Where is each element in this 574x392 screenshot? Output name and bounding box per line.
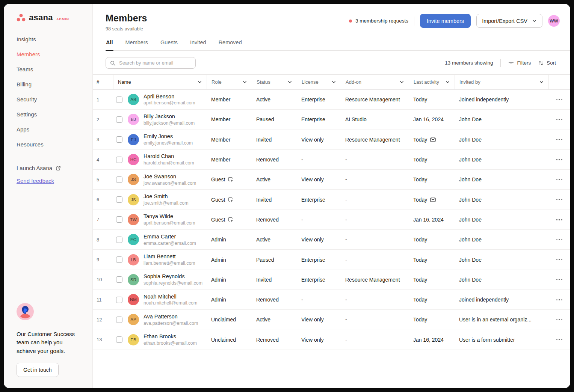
column-header-name[interactable]: Name xyxy=(113,75,207,89)
row-checkbox[interactable] xyxy=(116,116,122,123)
filters-button[interactable]: Filters xyxy=(508,60,531,66)
user-avatar[interactable]: WW xyxy=(548,15,560,27)
sidebar-item-launch-asana[interactable]: Launch Asana xyxy=(4,162,92,174)
last-activity-label: Today xyxy=(413,137,427,143)
member-name: Ava Patterson xyxy=(144,313,198,320)
sidebar-item-teams[interactable]: Teams xyxy=(4,62,92,77)
tab-guests[interactable]: Guests xyxy=(160,39,178,50)
status-cell: Paused xyxy=(252,257,297,263)
overflow-menu-icon[interactable] xyxy=(554,176,565,183)
overflow-menu-icon[interactable] xyxy=(554,276,565,283)
role-label: Unclaimed xyxy=(211,317,236,323)
row-checkbox[interactable] xyxy=(116,336,122,343)
chevron-down-icon xyxy=(242,80,247,84)
overflow-menu-icon[interactable] xyxy=(554,96,565,103)
last-activity-cell: Today xyxy=(409,297,455,303)
row-checkbox[interactable] xyxy=(116,317,122,323)
send-feedback-link[interactable]: Send feedback xyxy=(17,178,54,184)
overflow-menu-icon[interactable] xyxy=(554,296,565,303)
import-export-csv-dropdown[interactable]: Import/Export CSV xyxy=(476,14,542,28)
row-checkbox[interactable] xyxy=(116,256,122,263)
table-row: 9LBLiam Bennettliam.bennett@email.comAdm… xyxy=(93,250,570,270)
row-checkbox[interactable] xyxy=(116,136,122,143)
name-cell: SRSophia Reynoldssophia.reynolds@email.c… xyxy=(113,273,207,286)
main-content: Members 98 seats available 3 membership … xyxy=(93,4,570,388)
sidebar-nav: InsightsMembersTeamsBillingSecuritySetti… xyxy=(4,32,92,152)
table-row: 4HCHarold Chanharold.chan@email.comMembe… xyxy=(93,150,570,170)
name-cell: ECEmma Carteremma.carter@email.com xyxy=(113,233,207,246)
column-header-label: Last activity xyxy=(414,79,439,85)
overflow-menu-icon[interactable] xyxy=(554,116,565,123)
sidebar-item-apps[interactable]: Apps xyxy=(4,122,92,137)
column-header-add-on[interactable]: Add-on xyxy=(341,75,409,89)
column-header-role[interactable]: Role xyxy=(207,75,252,89)
sidebar-item-insights[interactable]: Insights xyxy=(4,32,92,47)
last-activity-label: Today xyxy=(413,176,427,182)
column-header-label: Name xyxy=(118,79,131,85)
sidebar-item-settings[interactable]: Settings xyxy=(4,107,92,122)
last-activity-label: Today xyxy=(413,237,427,243)
row-checkbox[interactable] xyxy=(116,297,122,303)
overflow-menu-icon[interactable] xyxy=(554,216,565,223)
sidebar-item-security[interactable]: Security xyxy=(4,92,92,107)
overflow-menu-icon[interactable] xyxy=(554,316,565,323)
row-checkbox[interactable] xyxy=(116,276,122,283)
overflow-menu-icon[interactable] xyxy=(554,236,565,243)
row-checkbox[interactable] xyxy=(116,216,122,223)
column-header-invited-by[interactable]: Invited by xyxy=(455,75,548,89)
column-header-last-activity[interactable]: Last activity xyxy=(409,75,455,89)
overflow-menu-icon[interactable] xyxy=(554,196,565,203)
asana-logo[interactable]: asana ADMIN xyxy=(4,14,92,22)
row-checkbox[interactable] xyxy=(116,196,122,203)
license-cell: Enterprise xyxy=(297,257,341,263)
last-activity-cell: Today xyxy=(409,197,455,203)
invite-members-button[interactable]: Invite members xyxy=(420,14,471,28)
get-in-touch-button[interactable]: Get in touch xyxy=(17,363,59,377)
actions-cell xyxy=(548,236,570,243)
row-checkbox[interactable] xyxy=(116,237,122,243)
row-number: 7 xyxy=(93,217,113,222)
invited-by-cell: John Doe xyxy=(455,157,548,163)
status-cell: Invited xyxy=(252,197,297,203)
column-header-license[interactable]: License xyxy=(297,75,341,89)
search-input[interactable] xyxy=(118,60,191,66)
role-cell: Member xyxy=(207,137,252,143)
avatar: SR xyxy=(128,274,139,285)
tab-all[interactable]: All xyxy=(106,39,113,50)
row-checkbox[interactable] xyxy=(116,157,122,163)
avatar: EC xyxy=(128,234,139,245)
role-cell: Unclaimed xyxy=(207,317,252,323)
sort-button[interactable]: Sort xyxy=(538,60,556,66)
actions-cell xyxy=(548,276,570,283)
role-cell: Member xyxy=(207,96,252,103)
membership-requests-label: 3 membership requests xyxy=(355,18,408,24)
member-name: Joe Smith xyxy=(144,193,189,200)
role-cell: Member xyxy=(207,157,252,163)
overflow-menu-icon[interactable] xyxy=(554,136,565,143)
overflow-menu-icon[interactable] xyxy=(554,336,565,343)
membership-requests-link[interactable]: 3 membership requests xyxy=(349,18,408,24)
status-cell: Removed xyxy=(252,217,297,223)
overflow-menu-icon[interactable] xyxy=(554,256,565,263)
license-cell: Enterprise xyxy=(297,96,341,103)
name-email-block: Noah Mitchellnoah.mitchell@email.com xyxy=(144,293,197,306)
tab-invited[interactable]: Invited xyxy=(190,39,207,50)
sidebar-item-resources[interactable]: Resources xyxy=(4,137,92,152)
sort-label: Sort xyxy=(547,60,556,66)
tab-members[interactable]: Members xyxy=(125,39,148,50)
name-email-block: Sophia Reynoldssophia.reynolds@email.com xyxy=(144,273,202,286)
row-checkbox[interactable] xyxy=(116,176,122,183)
member-name: Emily Jones xyxy=(144,133,193,140)
tab-removed[interactable]: Removed xyxy=(218,39,242,50)
row-checkbox[interactable] xyxy=(116,96,122,103)
chevron-down-icon xyxy=(539,80,544,84)
addon-cell: - xyxy=(341,257,409,263)
member-email: jow.swanson@email.com xyxy=(144,180,196,186)
launch-asana-label: Launch Asana xyxy=(17,165,52,171)
column-header-status[interactable]: Status xyxy=(252,75,297,89)
avatar: AP xyxy=(128,314,139,325)
toolbar-right: 13 members showing Filters Sort xyxy=(445,59,556,67)
sidebar-item-members[interactable]: Members xyxy=(4,47,92,62)
overflow-menu-icon[interactable] xyxy=(554,156,565,163)
sidebar-item-billing[interactable]: Billing xyxy=(4,77,92,92)
